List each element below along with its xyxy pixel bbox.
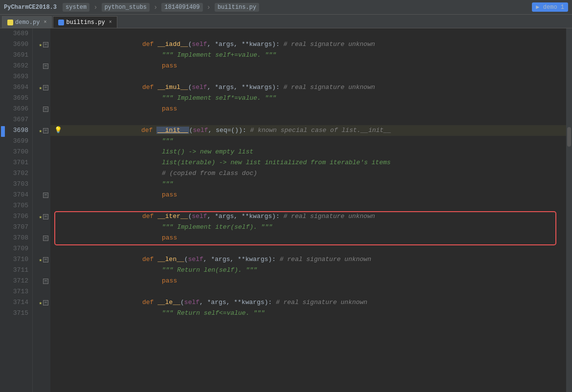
code-line-3715: """ Return self<=value. """ (50, 308, 566, 319)
tab-builtins-label: builtins.py (66, 19, 105, 26)
fold-btn-3694[interactable]: − (43, 85, 48, 90)
fold-3710: ★ − (33, 254, 50, 265)
code-line-3695: """ Implement self*=value. """ (50, 93, 566, 104)
ln-3705: 3705 (8, 200, 28, 211)
fold-btn-3704[interactable]: − (43, 193, 48, 198)
active-line-marker (1, 126, 5, 137)
breadcrumb-id: 1814091409 (161, 3, 202, 12)
editor-area: 3689 3690 3691 3692 3693 3694 3695 3696 … (6, 28, 572, 392)
code-line-3706: def __iter__(self, *args, **kwargs): # r… (50, 211, 566, 222)
tab-builtins-close[interactable]: × (109, 20, 112, 25)
ln-3709: 3709 (8, 243, 28, 254)
code-line-3707: """ Implement iter(self). """ (50, 222, 566, 233)
ln-3696: 3696 (8, 104, 28, 114)
code-line-3702: # (copied from class doc) (50, 168, 566, 179)
fold-3704: − (33, 190, 50, 200)
code-line-3690: def __iadd__(self, *args, **kwargs): # r… (50, 39, 566, 50)
fold-btn-3692[interactable]: − (43, 64, 48, 69)
bulb-icon-3698[interactable]: 💡 (54, 127, 62, 134)
ln-3715: 3715 (8, 308, 28, 319)
ln-3703: 3703 (8, 179, 28, 190)
code-line-3700: list() -> new empty list (50, 147, 566, 157)
code-line-3705 (50, 200, 566, 211)
fold-btn-3712[interactable]: − (43, 279, 48, 284)
code-content[interactable]: def __iadd__(self, *args, **kwargs): # r… (50, 28, 566, 392)
code-line-3698: 💡def __init__(self, seq=()): # known spe… (50, 125, 566, 136)
fold-3713 (33, 286, 50, 297)
ln-3702: 3702 (8, 168, 28, 179)
ln-3690: 3690 (8, 39, 28, 50)
ln-3695: 3695 (8, 93, 28, 104)
tab-demo[interactable]: demo.py × (2, 16, 52, 28)
ln-3707: 3707 (8, 222, 28, 233)
fold-3690: ★ − (33, 39, 50, 50)
fold-3699 (33, 136, 50, 147)
tab-builtins[interactable]: builtins.py × (53, 16, 117, 28)
fold-3698: ★ − (33, 125, 50, 136)
fold-3694: ★ − (33, 82, 50, 93)
ln-3701: 3701 (8, 157, 28, 168)
ln-3693: 3693 (8, 71, 28, 82)
ln-3689: 3689 (8, 28, 28, 39)
fold-btn-3708[interactable]: − (43, 236, 48, 241)
code-line-3699: """ (50, 136, 566, 147)
ln-3706: 3706 (8, 211, 28, 222)
code-line-3709 (50, 243, 566, 254)
ln-3708: 3708 (8, 233, 28, 243)
ln-3697: 3697 (8, 114, 28, 125)
breadcrumb-file: builtins.py (215, 3, 259, 12)
fold-3705 (33, 200, 50, 211)
fold-3691 (33, 50, 50, 61)
line-numbers: 3689 3690 3691 3692 3693 3694 3695 3696 … (6, 28, 33, 392)
star-3714: ★ (39, 300, 42, 306)
star-3710: ★ (39, 257, 42, 263)
ln-3692: 3692 (8, 61, 28, 71)
code-line-3704: pass (50, 190, 566, 200)
tab-demo-label: demo.py (15, 19, 40, 26)
fold-btn-3690[interactable]: − (43, 42, 48, 47)
breadcrumb-system: system (63, 3, 89, 12)
star-3706: ★ (39, 214, 42, 220)
fold-3707 (33, 222, 50, 233)
fold-3703 (33, 179, 50, 190)
code-line-3701: list(iterable) -> new list initialized f… (50, 157, 566, 168)
code-line-3691: """ Implement self+=value. """ (50, 50, 566, 61)
ln-3704: 3704 (8, 190, 28, 200)
code-line-3708: pass (50, 233, 566, 243)
fold-btn-3714[interactable]: − (43, 300, 48, 305)
main-layout: 3689 3690 3691 3692 3693 3694 3695 3696 … (0, 28, 572, 392)
code-line-3689 (50, 28, 566, 39)
ln-3699: 3699 (8, 136, 28, 147)
code-line-3710: def __len__(self, *args, **kwargs): # re… (50, 254, 566, 265)
ln-3714: 3714 (8, 297, 28, 308)
ln-3713: 3713 (8, 286, 28, 297)
ln-3698: 3698 (8, 125, 28, 136)
star-3690: ★ (39, 42, 42, 48)
ln-3691: 3691 (8, 50, 28, 61)
fold-btn-3710[interactable]: − (43, 257, 48, 262)
top-bar: PyCharmCE2018.3 system › python_stubs › … (0, 0, 572, 15)
fold-3711 (33, 265, 50, 276)
tab-demo-close[interactable]: × (44, 20, 46, 25)
fold-3714: ★ − (33, 297, 50, 308)
fold-3697 (33, 114, 50, 125)
scrollbar-thumb[interactable] (567, 127, 571, 147)
scrollbar[interactable] (566, 28, 572, 392)
fold-3689 (33, 28, 50, 39)
star-3694: ★ (39, 85, 42, 91)
ln-3710: 3710 (8, 254, 28, 265)
fold-3701 (33, 157, 50, 168)
fold-3693 (33, 71, 50, 82)
tab-bar: demo.py × builtins.py × (0, 15, 572, 28)
fold-btn-3706[interactable]: − (43, 214, 48, 219)
builtins-icon (58, 20, 64, 25)
code-line-3692: pass (50, 61, 566, 71)
fold-3715 (33, 308, 50, 319)
code-line-3713 (50, 286, 566, 297)
fold-btn-3696[interactable]: − (43, 107, 48, 112)
fold-btn-3698[interactable]: − (43, 128, 48, 133)
code-line-3714: def __le__(self, *args, **kwargs): # rea… (50, 297, 566, 308)
run-config[interactable]: ▶ demo 1 (532, 2, 568, 12)
code-line-3696: pass (50, 104, 566, 114)
fold-3706: ★ − (33, 211, 50, 222)
